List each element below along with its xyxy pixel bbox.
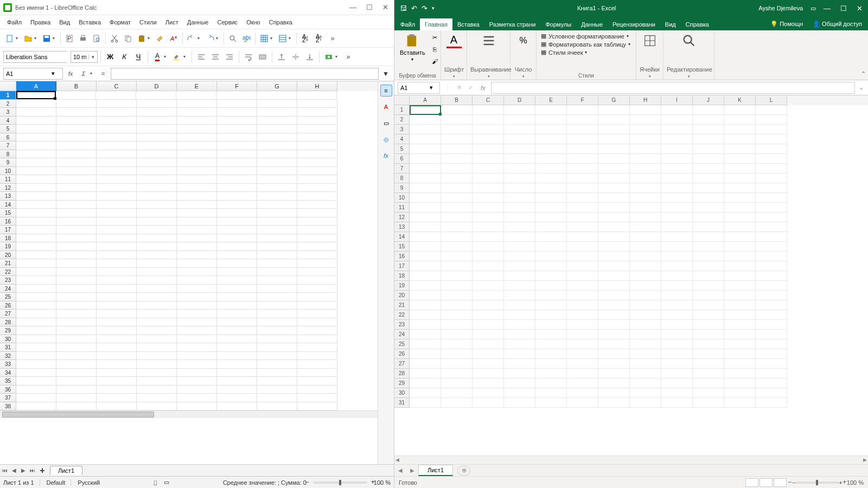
cell[interactable] — [724, 144, 756, 154]
cell[interactable] — [177, 377, 217, 386]
cell[interactable] — [598, 154, 630, 164]
cell[interactable] — [56, 369, 97, 377]
row-header[interactable]: 3 — [0, 108, 16, 117]
cell[interactable] — [693, 174, 724, 183]
cell[interactable] — [535, 134, 567, 144]
row-header[interactable]: 15 — [0, 209, 16, 217]
cell[interactable] — [217, 301, 257, 310]
cell[interactable] — [137, 251, 177, 260]
cell[interactable] — [598, 203, 630, 213]
cell[interactable] — [535, 183, 567, 193]
cell[interactable] — [441, 349, 473, 359]
cell[interactable] — [630, 144, 661, 154]
row-header[interactable]: 22 — [394, 310, 410, 320]
cell[interactable] — [756, 193, 787, 203]
cell[interactable] — [137, 201, 177, 209]
cell[interactable] — [724, 193, 756, 203]
cell[interactable] — [567, 203, 598, 213]
cell[interactable] — [97, 377, 137, 386]
ribbon-tab-Главная[interactable]: Главная — [420, 18, 452, 30]
cell[interactable] — [16, 133, 56, 142]
font-size-input[interactable] — [71, 52, 88, 62]
sort-icon[interactable]: AZ — [299, 32, 312, 45]
row-header[interactable]: 9 — [394, 183, 410, 193]
cell[interactable] — [441, 388, 473, 398]
cell[interactable] — [724, 281, 756, 291]
cut-icon[interactable] — [108, 32, 121, 45]
cell[interactable] — [217, 318, 257, 327]
cell[interactable] — [441, 378, 473, 388]
cell[interactable] — [97, 100, 137, 108]
cell[interactable] — [567, 222, 598, 232]
font-group-button[interactable]: A — [444, 32, 463, 49]
cell[interactable] — [661, 125, 693, 134]
cell[interactable] — [441, 291, 473, 300]
find-icon[interactable] — [226, 32, 239, 45]
cell[interactable] — [56, 268, 97, 277]
cell[interactable] — [56, 150, 97, 159]
row-header[interactable]: 19 — [394, 281, 410, 291]
valign-bot-button[interactable] — [303, 50, 316, 63]
cell[interactable] — [257, 209, 297, 217]
cell[interactable] — [724, 261, 756, 271]
row-header[interactable]: 4 — [394, 134, 410, 144]
cell[interactable] — [137, 310, 177, 318]
cell[interactable] — [257, 326, 297, 335]
fx-icon[interactable]: fx — [65, 70, 76, 77]
cell[interactable] — [535, 213, 567, 222]
cell[interactable] — [724, 232, 756, 242]
cell[interactable] — [630, 105, 661, 115]
add-sheet-button[interactable]: + — [37, 466, 48, 476]
cell[interactable] — [661, 281, 693, 291]
cell[interactable] — [504, 193, 535, 203]
tab-next-icon[interactable]: ▶ — [406, 467, 418, 473]
cell[interactable] — [661, 300, 693, 310]
cell[interactable] — [177, 360, 217, 369]
cell[interactable] — [473, 388, 504, 398]
cell[interactable] — [441, 252, 473, 261]
cell-ref-input[interactable] — [4, 68, 52, 79]
cell[interactable] — [177, 343, 217, 352]
cell[interactable] — [693, 222, 724, 232]
cell[interactable] — [16, 150, 56, 159]
cell[interactable] — [661, 252, 693, 261]
cell[interactable] — [473, 369, 504, 378]
cell[interactable] — [97, 226, 137, 234]
cell[interactable] — [630, 193, 661, 203]
cell[interactable] — [97, 217, 137, 226]
cell[interactable] — [257, 276, 297, 285]
cell[interactable] — [661, 378, 693, 388]
col-header[interactable]: H — [630, 95, 661, 105]
italic-button[interactable]: К — [118, 50, 131, 63]
row-header[interactable]: 6 — [394, 154, 410, 164]
cell[interactable] — [16, 251, 56, 260]
formula-input[interactable] — [111, 68, 379, 80]
cell[interactable] — [217, 293, 257, 301]
cell[interactable] — [693, 105, 724, 115]
cell[interactable] — [297, 386, 337, 394]
cell[interactable] — [661, 183, 693, 193]
cell[interactable] — [97, 142, 137, 150]
filter-icon[interactable]: » — [326, 32, 339, 45]
cell[interactable] — [630, 271, 661, 281]
row-header[interactable]: 5 — [394, 144, 410, 154]
cell[interactable] — [257, 158, 297, 167]
cell[interactable] — [535, 105, 567, 115]
cell[interactable] — [257, 386, 297, 394]
row-header[interactable]: 19 — [0, 242, 16, 251]
cell[interactable] — [567, 232, 598, 242]
cell[interactable] — [297, 234, 337, 243]
cell[interactable] — [535, 320, 567, 330]
bold-button[interactable]: Ж — [104, 50, 117, 63]
cell[interactable] — [441, 105, 473, 115]
cell[interactable] — [297, 394, 337, 402]
cell[interactable] — [661, 222, 693, 232]
cell[interactable] — [504, 174, 535, 183]
cell[interactable] — [630, 232, 661, 242]
cell[interactable] — [598, 281, 630, 291]
cell[interactable] — [177, 125, 217, 133]
cell[interactable] — [410, 134, 441, 144]
row-header[interactable]: 31 — [0, 343, 16, 352]
cell[interactable] — [661, 271, 693, 281]
cell[interactable] — [661, 174, 693, 183]
